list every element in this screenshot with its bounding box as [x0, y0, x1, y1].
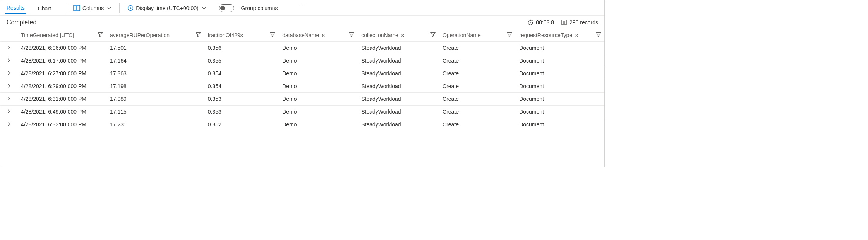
cell-req: Document — [515, 106, 604, 118]
column-label: averageRUPerOperation — [110, 32, 170, 38]
column-header[interactable]: OperationName — [439, 29, 515, 42]
cell-time: 4/28/2021, 6:27:00.000 PM — [17, 67, 106, 80]
cell-coll: SteadyWorkload — [357, 80, 439, 93]
status-records: 290 records — [561, 19, 598, 26]
column-header[interactable]: averageRUPerOperation — [106, 29, 204, 42]
cell-db: Demo — [278, 106, 357, 118]
divider — [119, 3, 120, 13]
overflow-icon[interactable]: ··· — [299, 1, 305, 7]
filter-icon[interactable] — [596, 32, 601, 39]
cell-coll: SteadyWorkload — [357, 67, 439, 80]
filter-icon[interactable] — [270, 32, 275, 39]
expand-row-button[interactable] — [0, 118, 17, 131]
columns-icon — [73, 5, 80, 11]
column-header[interactable]: databaseName_s — [278, 29, 357, 42]
records-icon — [561, 19, 567, 26]
results-table: TimeGenerated [UTC]averageRUPerOperation… — [0, 29, 604, 131]
cell-req: Document — [515, 118, 604, 131]
column-header[interactable]: collectionName_s — [357, 29, 439, 42]
table-row: 4/28/2021, 6:06:00.000 PM17.5010.356Demo… — [0, 42, 604, 54]
status-duration: 00:03.8 — [527, 19, 554, 26]
cell-op: Create — [439, 42, 515, 54]
expand-header — [0, 29, 17, 42]
cell-frac: 0.354 — [204, 80, 278, 93]
filter-icon[interactable] — [430, 32, 436, 39]
cell-ru: 17.115 — [106, 106, 204, 118]
column-label: requestResourceType_s — [519, 32, 578, 38]
cell-frac: 0.354 — [204, 67, 278, 80]
table-row: 4/28/2021, 6:33:00.000 PM17.2310.352Demo… — [0, 118, 604, 131]
cell-ru: 17.164 — [106, 54, 204, 67]
cell-op: Create — [439, 93, 515, 106]
cell-db: Demo — [278, 80, 357, 93]
expand-row-button[interactable] — [0, 54, 17, 67]
column-header[interactable]: TimeGenerated [UTC] — [17, 29, 106, 42]
cell-ru: 17.501 — [106, 42, 204, 54]
expand-row-button[interactable] — [0, 106, 17, 118]
cell-time: 4/28/2021, 6:29:00.000 PM — [17, 80, 106, 93]
cell-db: Demo — [278, 42, 357, 54]
chevron-down-icon — [107, 6, 112, 10]
filter-icon[interactable] — [98, 32, 103, 39]
columns-button[interactable]: Columns — [71, 3, 114, 13]
column-label: OperationName — [443, 32, 481, 38]
column-header[interactable]: requestResourceType_s — [515, 29, 604, 42]
group-columns-toggle[interactable] — [219, 4, 234, 12]
expand-row-button[interactable] — [0, 93, 17, 106]
display-time-label: Display time (UTC+00:00) — [136, 5, 198, 11]
cell-coll: SteadyWorkload — [357, 42, 439, 54]
cell-frac: 0.353 — [204, 93, 278, 106]
cell-op: Create — [439, 80, 515, 93]
group-columns-label: Group columns — [241, 5, 278, 11]
cell-op: Create — [439, 54, 515, 67]
cell-op: Create — [439, 67, 515, 80]
cell-time: 4/28/2021, 6:06:00.000 PM — [17, 42, 106, 54]
tab-chart[interactable]: Chart — [36, 2, 53, 14]
status-bar: Completed 00:03.8 290 records — [0, 16, 604, 29]
table-row: 4/28/2021, 6:49:00.000 PM17.1150.353Demo… — [0, 106, 604, 118]
cell-time: 4/28/2021, 6:31:00.000 PM — [17, 93, 106, 106]
clock-icon — [127, 5, 134, 11]
toggle-knob — [220, 6, 225, 10]
expand-row-button[interactable] — [0, 67, 17, 80]
filter-icon[interactable] — [507, 32, 512, 39]
cell-coll: SteadyWorkload — [357, 106, 439, 118]
status-duration-value: 00:03.8 — [536, 19, 554, 26]
cell-db: Demo — [278, 93, 357, 106]
display-time-button[interactable]: Display time (UTC+00:00) — [125, 3, 208, 13]
cell-op: Create — [439, 118, 515, 131]
table-row: 4/28/2021, 6:29:00.000 PM17.1980.354Demo… — [0, 80, 604, 93]
cell-frac: 0.352 — [204, 118, 278, 131]
column-header[interactable]: fractionOf429s — [204, 29, 278, 42]
expand-row-button[interactable] — [0, 80, 17, 93]
cell-time: 4/28/2021, 6:33:00.000 PM — [17, 118, 106, 131]
column-label: fractionOf429s — [208, 32, 243, 38]
filter-icon[interactable] — [349, 32, 354, 39]
cell-time: 4/28/2021, 6:17:00.000 PM — [17, 54, 106, 67]
cell-req: Document — [515, 67, 604, 80]
cell-db: Demo — [278, 67, 357, 80]
cell-coll: SteadyWorkload — [357, 54, 439, 67]
chevron-down-icon — [202, 6, 206, 10]
table-row: 4/28/2021, 6:17:00.000 PM17.1640.355Demo… — [0, 54, 604, 67]
cell-frac: 0.355 — [204, 54, 278, 67]
cell-db: Demo — [278, 118, 357, 131]
expand-row-button[interactable] — [0, 42, 17, 54]
svg-rect-1 — [77, 5, 80, 11]
cell-req: Document — [515, 42, 604, 54]
cell-ru: 17.089 — [106, 93, 204, 106]
cell-coll: SteadyWorkload — [357, 93, 439, 106]
filter-icon[interactable] — [196, 32, 201, 39]
tab-results[interactable]: Results — [5, 2, 26, 14]
cell-db: Demo — [278, 54, 357, 67]
cell-frac: 0.356 — [204, 42, 278, 54]
cell-ru: 17.363 — [106, 67, 204, 80]
cell-ru: 17.198 — [106, 80, 204, 93]
cell-frac: 0.353 — [204, 106, 278, 118]
status-records-value: 290 records — [570, 19, 598, 26]
column-label: collectionName_s — [361, 32, 404, 38]
table-row: 4/28/2021, 6:31:00.000 PM17.0890.353Demo… — [0, 93, 604, 106]
cell-coll: SteadyWorkload — [357, 118, 439, 131]
cell-op: Create — [439, 106, 515, 118]
cell-time: 4/28/2021, 6:49:00.000 PM — [17, 106, 106, 118]
